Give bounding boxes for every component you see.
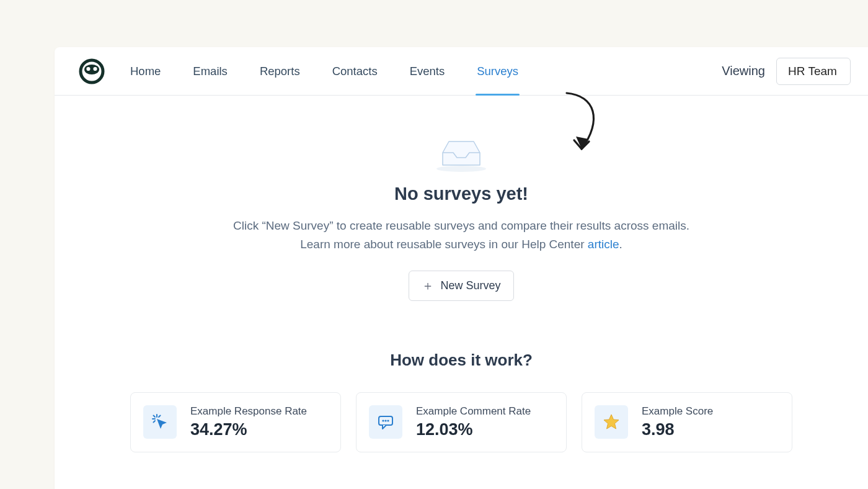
annotation-arrow-icon — [558, 92, 608, 160]
svg-point-13 — [387, 420, 389, 422]
svg-line-7 — [154, 416, 156, 418]
svg-point-11 — [382, 420, 384, 422]
card-value: 34.27% — [190, 420, 307, 439]
empty-desc-line1: Click “New Survey” to create reusable su… — [233, 219, 689, 232]
nav-home[interactable]: Home — [130, 47, 161, 95]
svg-point-3 — [93, 66, 97, 70]
card-label: Example Score — [642, 405, 713, 418]
topbar-right: Viewing HR Team — [722, 58, 851, 85]
svg-point-2 — [86, 66, 90, 70]
empty-inbox-icon — [433, 134, 489, 173]
help-center-article-link[interactable]: article — [588, 238, 619, 251]
svg-line-9 — [154, 421, 156, 423]
empty-desc-line2-prefix: Learn more about reusable surveys in our… — [300, 238, 588, 251]
app-shell: Home Emails Reports Contacts Events Surv… — [55, 47, 868, 489]
nav-events[interactable]: Events — [410, 47, 445, 95]
card-text: Example Response Rate 34.27% — [190, 405, 307, 439]
nav-contacts[interactable]: Contacts — [332, 47, 378, 95]
click-icon — [143, 405, 177, 439]
plus-icon: ＋ — [422, 277, 434, 294]
card-value: 12.03% — [416, 420, 531, 439]
card-value: 3.98 — [642, 420, 713, 439]
svg-point-12 — [384, 420, 386, 422]
svg-point-4 — [436, 166, 486, 172]
nav-surveys[interactable]: Surveys — [477, 47, 518, 95]
new-survey-button-label: New Survey — [440, 279, 500, 292]
svg-line-8 — [159, 416, 161, 418]
card-label: Example Response Rate — [190, 405, 307, 418]
card-text: Example Score 3.98 — [642, 405, 713, 439]
topbar: Home Emails Reports Contacts Events Surv… — [55, 47, 868, 96]
empty-desc-line2-suffix: . — [619, 238, 622, 251]
comment-icon — [369, 405, 402, 439]
example-cards: Example Response Rate 34.27% Example Com… — [55, 392, 868, 452]
team-select[interactable]: HR Team — [776, 58, 851, 85]
content: No surveys yet! Click “New Survey” to cr… — [55, 96, 868, 452]
empty-state-title: No surveys yet! — [55, 184, 868, 204]
nav-emails[interactable]: Emails — [193, 47, 228, 95]
viewing-label: Viewing — [722, 64, 765, 78]
card-comment-rate: Example Comment Rate 12.03% — [356, 392, 567, 452]
card-text: Example Comment Rate 12.03% — [416, 405, 531, 439]
new-survey-button[interactable]: ＋ New Survey — [409, 271, 513, 301]
app-logo-icon — [78, 58, 105, 85]
empty-state-description: Click “New Survey” to create reusable su… — [55, 217, 868, 254]
main-nav: Home Emails Reports Contacts Events Surv… — [130, 47, 518, 95]
nav-reports[interactable]: Reports — [260, 47, 300, 95]
card-score: Example Score 3.98 — [582, 392, 792, 452]
star-icon — [595, 405, 628, 439]
how-it-works-title: How does it work? — [55, 351, 868, 370]
card-response-rate: Example Response Rate 34.27% — [130, 392, 341, 452]
card-label: Example Comment Rate — [416, 405, 531, 418]
